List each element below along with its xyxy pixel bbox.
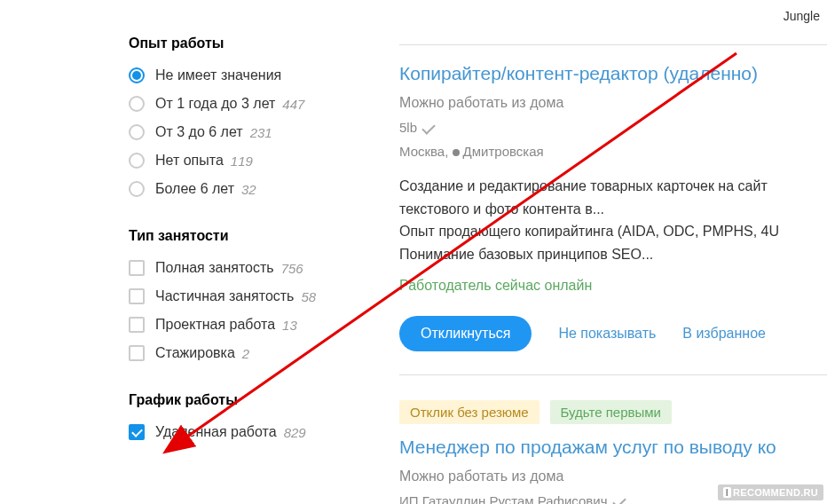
apply-button[interactable]: Откликнуться	[399, 316, 532, 351]
metro-dot-icon	[453, 149, 460, 156]
sidebar: Опыт работы Не имеет значения От 1 года …	[0, 0, 399, 504]
option-label: От 1 года до 3 лет	[155, 96, 275, 112]
watermark-text: RECOMMEND.RU	[733, 487, 818, 498]
radio-option-any-experience[interactable]: Не имеет значения	[129, 67, 399, 83]
filter-schedule-title: График работы	[129, 392, 399, 408]
favorite-link[interactable]: В избранное	[682, 326, 766, 342]
option-label: Нет опыта	[155, 153, 224, 169]
radio-icon	[129, 181, 145, 197]
checkbox-icon	[129, 424, 145, 440]
filter-experience: Опыт работы Не имеет значения От 1 года …	[129, 35, 399, 197]
option-count: 756	[281, 261, 303, 276]
badge-row: Отклик без резюме Будьте первыми	[399, 400, 827, 424]
desc-line: Опыт продающего копирайтинга (AIDA, ODC,…	[399, 220, 827, 243]
option-label: Полная занятость	[155, 260, 274, 276]
radio-option-1-3-years[interactable]: От 1 года до 3 лет 447	[129, 96, 399, 112]
option-count: 119	[231, 154, 253, 169]
option-count: 13	[282, 318, 297, 333]
checkbox-icon	[129, 317, 145, 333]
option-label: Частичная занятость	[155, 288, 294, 304]
job-remote-note: Можно работать из дома	[399, 469, 827, 484]
checkbox-icon	[129, 260, 145, 276]
filter-employment: Тип занятости Полная занятость 756 Части…	[129, 228, 399, 361]
job-actions: Откликнуться Не показывать В избранное	[399, 316, 827, 351]
option-label: Не имеет значения	[155, 67, 281, 83]
option-count: 447	[282, 97, 304, 112]
job-company: 5lb	[399, 120, 827, 135]
job-title-link[interactable]: Менеджер по продажам услуг по выводу ко	[399, 437, 827, 458]
hide-link[interactable]: Не показывать	[558, 326, 656, 342]
radio-option-3-6-years[interactable]: От 3 до 6 лет 231	[129, 124, 399, 140]
job-card: Копирайтер/контент-редактор (удаленно) М…	[399, 44, 827, 369]
company-name[interactable]: 5lb	[399, 120, 417, 135]
badge-no-resume: Отклик без резюме	[399, 400, 540, 424]
content: Jungle Копирайтер/контент-редактор (удал…	[399, 0, 827, 504]
option-count: 32	[241, 182, 256, 197]
checkbox-icon	[129, 288, 145, 304]
radio-icon	[129, 124, 145, 140]
option-label: Более 6 лет	[155, 181, 234, 197]
option-label: Стажировка	[155, 345, 235, 361]
job-location: Москва, Дмитровская	[399, 144, 827, 159]
job-title-link[interactable]: Копирайтер/контент-редактор (удаленно)	[399, 63, 827, 84]
radio-option-6-plus-years[interactable]: Более 6 лет 32	[129, 181, 399, 197]
option-label: Проектная работа	[155, 317, 275, 333]
watermark: IRECOMMEND.RU	[718, 484, 823, 500]
badge-be-first: Будьте первыми	[550, 400, 672, 424]
desc-line: Понимание базовых принципов SEO...	[399, 243, 827, 266]
desc-line: текстового и фото контента в...	[399, 198, 827, 221]
company-name[interactable]: ИП Гатауллин Рустам Рафисович	[399, 493, 608, 504]
city-label: Москва,	[399, 144, 448, 159]
radio-option-no-experience[interactable]: Нет опыта 119	[129, 153, 399, 169]
verified-check-icon	[612, 494, 626, 504]
top-right-label: Jungle	[399, 9, 827, 23]
option-count: 58	[301, 289, 316, 304]
metro-label: Дмитровская	[463, 144, 544, 159]
checkbox-icon	[129, 345, 145, 361]
checkbox-option-part-time[interactable]: Частичная занятость 58	[129, 288, 399, 304]
filter-employment-title: Тип занятости	[129, 228, 399, 244]
job-remote-note: Можно работать из дома	[399, 95, 827, 111]
filter-schedule: График работы Удаленная работа 829	[129, 392, 399, 440]
radio-icon	[129, 67, 145, 83]
checkbox-option-internship[interactable]: Стажировка 2	[129, 345, 399, 361]
option-label: Удаленная работа	[155, 424, 277, 440]
option-count: 231	[250, 125, 272, 140]
checkbox-option-remote[interactable]: Удаленная работа 829	[129, 424, 399, 440]
option-count: 2	[242, 346, 249, 361]
employer-online-status: Работодатель сейчас онлайн	[399, 278, 827, 294]
checkbox-option-project[interactable]: Проектная работа 13	[129, 317, 399, 333]
radio-icon	[129, 153, 145, 169]
verified-check-icon	[421, 121, 436, 135]
watermark-i-icon: I	[723, 487, 731, 498]
radio-icon	[129, 96, 145, 112]
checkbox-option-full-time[interactable]: Полная занятость 756	[129, 260, 399, 276]
filter-experience-title: Опыт работы	[129, 35, 399, 51]
option-label: От 3 до 6 лет	[155, 124, 243, 140]
option-count: 829	[284, 425, 306, 440]
desc-line: Создание и редактирование товарных карто…	[399, 175, 827, 198]
job-description: Создание и редактирование товарных карто…	[399, 175, 827, 265]
